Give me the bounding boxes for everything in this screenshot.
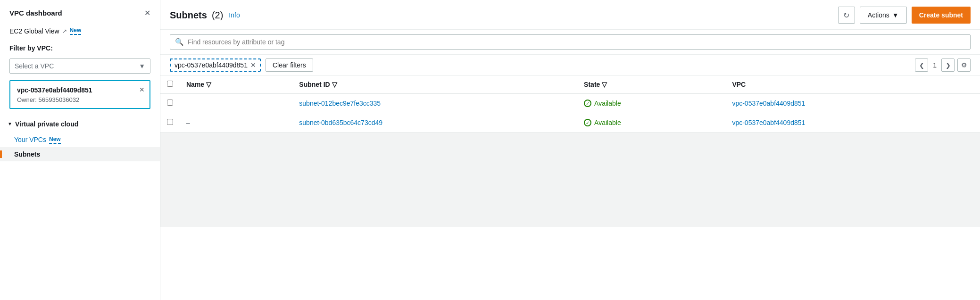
- actions-label: Actions: [868, 11, 889, 19]
- sidebar-close-button[interactable]: ✕: [144, 8, 150, 17]
- vpc-sort: VPC: [732, 81, 746, 88]
- search-input-wrap[interactable]: 🔍: [170, 34, 971, 50]
- chevron-down-icon: ▼: [8, 121, 12, 126]
- row-subnet-id: subnet-0bd635bc64c73cd49: [292, 113, 577, 133]
- filter-by-vpc-label: Filter by VPC:: [0, 42, 160, 56]
- search-icon: 🔍: [175, 38, 184, 46]
- status-label: Available: [594, 119, 621, 126]
- refresh-icon: ↻: [843, 11, 849, 20]
- active-filter-tag: vpc-0537e0abf4409d851 ✕: [170, 58, 261, 72]
- status-available: ✓ Available: [584, 100, 719, 107]
- row-vpc: vpc-0537e0abf4409d851: [725, 93, 980, 113]
- row-state: ✓ Available: [577, 113, 725, 133]
- sidebar-item-label: Subnets: [14, 150, 40, 158]
- refresh-button[interactable]: ↻: [838, 7, 855, 24]
- row-vpc: vpc-0537e0abf4409d851: [725, 113, 980, 133]
- sidebar-item-your-vpcs[interactable]: Your VPCs New: [0, 133, 160, 147]
- sidebar-item-label: Your VPCs: [14, 136, 46, 143]
- pagination-prev-button[interactable]: ❮: [915, 58, 928, 72]
- table-row: – subnet-0bd635bc64c73cd49 ✓ Available v…: [160, 113, 980, 133]
- clear-filters-button[interactable]: Clear filters: [266, 58, 313, 72]
- row-name: –: [180, 113, 292, 133]
- pagination-page: 1: [931, 61, 938, 69]
- search-bar: 🔍: [160, 30, 980, 55]
- your-vpcs-new-badge: New: [49, 136, 61, 144]
- info-link[interactable]: Info: [229, 11, 240, 19]
- sidebar-section-label: Virtual private cloud: [15, 120, 78, 128]
- col-vpc[interactable]: VPC: [725, 76, 980, 93]
- sort-icon: ▽: [332, 81, 337, 88]
- status-available: ✓ Available: [584, 119, 719, 126]
- create-subnet-button[interactable]: Create subnet: [912, 7, 971, 24]
- ec2-global-view-label: EC2 Global View: [9, 27, 59, 35]
- select-all-checkbox[interactable]: [167, 81, 173, 87]
- filter-row: vpc-0537e0abf4409d851 ✕ Clear filters ❮ …: [160, 55, 980, 76]
- row-checkbox[interactable]: [167, 119, 173, 125]
- row-checkbox-cell: [160, 93, 180, 113]
- select-all-col: [160, 76, 180, 93]
- vpc-link[interactable]: vpc-0537e0abf4409d851: [732, 119, 805, 126]
- subnet-id-sort: Subnet ID ▽: [299, 81, 337, 88]
- header-actions: ↻ Actions ▼ Create subnet: [838, 7, 971, 24]
- chevron-down-icon: ▼: [139, 62, 145, 70]
- vpc-filter-owner: Owner: 565935036032: [17, 96, 144, 103]
- row-checkbox-cell: [160, 113, 180, 133]
- col-name[interactable]: Name ▽: [180, 76, 292, 93]
- main-header: Subnets (2) Info ↻ Actions ▼ Create subn…: [160, 0, 980, 30]
- vpc-select-placeholder: Select a VPC: [15, 62, 54, 70]
- table-settings-button[interactable]: ⚙: [957, 58, 971, 72]
- chevron-down-icon: ▼: [892, 11, 899, 19]
- vpc-filter-name: vpc-0537e0abf4409d851: [17, 86, 144, 95]
- row-name: –: [180, 93, 292, 113]
- table-header-row: Name ▽ Subnet ID ▽ State ▽: [160, 76, 980, 93]
- sidebar-header: VPC dashboard ✕: [0, 0, 160, 24]
- sidebar-title: VPC dashboard: [9, 9, 62, 17]
- vpc-link[interactable]: vpc-0537e0abf4409d851: [732, 100, 805, 107]
- table-row: – subnet-012bec9e7fe3cc335 ✓ Available v…: [160, 93, 980, 113]
- actions-button[interactable]: Actions ▼: [860, 7, 907, 24]
- sort-icon: ▽: [206, 81, 211, 88]
- row-state: ✓ Available: [577, 93, 725, 113]
- page-title: Subnets (2): [170, 10, 223, 21]
- vpc-select-dropdown[interactable]: Select a VPC ▼: [9, 58, 150, 74]
- gear-icon: ⚙: [961, 61, 967, 69]
- external-link-icon: ↗: [62, 28, 67, 34]
- main-content: Subnets (2) Info ↻ Actions ▼ Create subn…: [160, 0, 980, 300]
- search-input[interactable]: [188, 38, 965, 46]
- vpc-filter-remove-button[interactable]: ✕: [139, 86, 145, 93]
- subnet-count: (2): [212, 10, 223, 21]
- row-subnet-id: subnet-012bec9e7fe3cc335: [292, 93, 577, 113]
- subnets-table: Name ▽ Subnet ID ▽ State ▽: [160, 76, 980, 133]
- sidebar-ec2-global-view[interactable]: EC2 Global View ↗ New: [0, 24, 160, 42]
- available-icon: ✓: [584, 100, 591, 107]
- subnet-id-link[interactable]: subnet-012bec9e7fe3cc335: [299, 100, 381, 107]
- row-checkbox[interactable]: [167, 100, 173, 106]
- sort-icon: ▽: [602, 81, 607, 88]
- empty-area: [160, 133, 980, 227]
- sidebar: VPC dashboard ✕ EC2 Global View ↗ New Fi…: [0, 0, 160, 300]
- ec2-new-badge: New: [70, 27, 82, 35]
- filter-tag-value: vpc-0537e0abf4409d851: [174, 61, 248, 69]
- name-sort: Name ▽: [186, 81, 211, 88]
- status-label: Available: [594, 100, 621, 107]
- col-subnet-id[interactable]: Subnet ID ▽: [292, 76, 577, 93]
- table-wrap: Name ▽ Subnet ID ▽ State ▽: [160, 76, 980, 300]
- filter-tag-remove-button[interactable]: ✕: [250, 61, 256, 69]
- vpc-active-filter-tag: vpc-0537e0abf4409d851 Owner: 56593503603…: [9, 80, 150, 109]
- pagination: ❮ 1 ❯ ⚙: [915, 58, 971, 72]
- page-title-text: Subnets: [170, 10, 207, 21]
- sidebar-item-subnets[interactable]: Subnets: [0, 147, 160, 161]
- pagination-next-button[interactable]: ❯: [941, 58, 955, 72]
- available-icon: ✓: [584, 119, 591, 126]
- subnet-id-link[interactable]: subnet-0bd635bc64c73cd49: [299, 119, 382, 126]
- col-state[interactable]: State ▽: [577, 76, 725, 93]
- state-sort: State ▽: [584, 81, 607, 88]
- sidebar-section-vpc[interactable]: ▼ Virtual private cloud: [0, 116, 160, 133]
